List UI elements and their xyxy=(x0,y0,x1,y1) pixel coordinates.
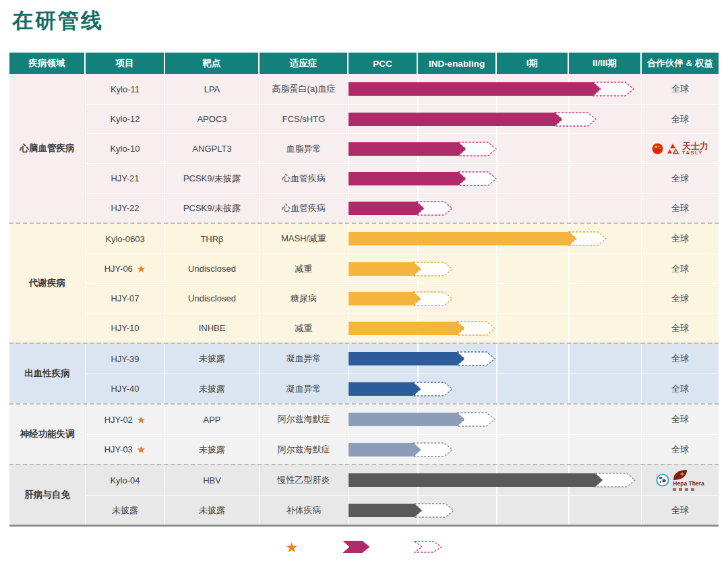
column-header: 适应症 xyxy=(260,53,348,74)
indication-cell: 心血管疾病 xyxy=(260,193,348,223)
partner-rights-label: 全球 xyxy=(671,173,689,185)
planned-stage-arrow xyxy=(595,473,636,488)
partner-cell: 全球 xyxy=(642,374,719,403)
partner-rights-label: 全球 xyxy=(671,202,689,214)
partner-cell: Hepa Thera xyxy=(642,465,719,495)
planned-stage-arrow xyxy=(458,171,497,186)
indication-cell: 补体疾病 xyxy=(260,495,348,525)
disease-area-cell: 神经功能失调 xyxy=(9,405,86,464)
disease-group: 出血性疾病HJY-39未披露凝血异常全球HJY-40未披露凝血异常全球 xyxy=(9,343,719,403)
pipeline-progress-bar xyxy=(348,172,466,185)
project-cell: HJY-02★ xyxy=(86,405,165,434)
disease-group: 肝病与自免Kylo-04HBV慢性乙型肝炎Hepa Thera未披露未披露补体疾… xyxy=(9,464,719,525)
project-label: HJY-03 xyxy=(104,444,133,454)
pipeline-progress-bar xyxy=(348,322,465,335)
phase-gridline xyxy=(568,344,570,374)
timeline-cell xyxy=(348,193,642,223)
project-label: Kylo-04 xyxy=(110,475,140,485)
timeline-cell xyxy=(348,405,642,434)
legend-solid-arrow-icon xyxy=(342,541,369,553)
partner-cell: 全球 xyxy=(642,434,719,464)
column-header: 靶点 xyxy=(165,53,260,74)
partner-cell: 全球 xyxy=(642,224,719,254)
phase-gridline xyxy=(568,284,570,313)
pipeline-progress-bar xyxy=(348,113,563,126)
timeline-cell xyxy=(348,283,642,313)
column-header: IND-enabling xyxy=(418,53,497,74)
pipeline-progress-bar xyxy=(348,232,577,245)
project-cell: 未披露 xyxy=(86,495,165,525)
timeline-cell xyxy=(348,344,642,374)
timeline-cell xyxy=(348,104,642,134)
indication-cell: MASH/减重 xyxy=(260,224,348,254)
partner-rights-label: 全球 xyxy=(671,353,689,365)
pipeline-progress-bar xyxy=(348,142,466,156)
indication-cell: 心血管疾病 xyxy=(260,163,348,193)
legend-star-icon: ★ xyxy=(286,540,299,554)
star-icon: ★ xyxy=(137,415,146,425)
project-cell: HJY-40 xyxy=(86,374,165,403)
indication-cell: 阿尔兹海默症 xyxy=(260,405,348,434)
project-label: HJY-10 xyxy=(111,323,139,333)
partner-cell: 全球 xyxy=(642,313,719,343)
indication-cell: 减重 xyxy=(260,254,348,283)
planned-stage-arrow xyxy=(593,82,634,96)
planned-stage-arrow xyxy=(456,351,495,366)
partner-rights-label: 全球 xyxy=(671,504,689,516)
star-icon: ★ xyxy=(137,264,146,274)
phase-gridline xyxy=(568,164,570,193)
target-cell: PCSK9/未披露 xyxy=(165,193,260,223)
column-header: 合作伙伴 & 权益 xyxy=(642,53,719,74)
tasly-label-cn: 天士力 xyxy=(682,142,708,151)
disease-area-cell: 心脑血管疾病 xyxy=(9,74,86,223)
globe-icon xyxy=(656,473,669,487)
indication-cell: 阿尔兹海默症 xyxy=(260,434,348,464)
target-cell: HBV xyxy=(165,465,260,495)
indication-cell: 凝血异常 xyxy=(260,344,348,374)
planned-stage-arrow xyxy=(413,291,453,306)
china-flag-icon: ★★★ xyxy=(652,143,663,154)
phase-gridline xyxy=(496,194,497,223)
phase-gridline xyxy=(568,435,570,464)
project-cell: HJY-06★ xyxy=(86,254,165,283)
partner-cell: 全球 xyxy=(642,495,719,525)
legend-dashed-arrow-icon xyxy=(414,541,442,553)
pipeline-table: 疾病领域项目靶点适应症PCCIND-enablingI期II/III期合作伙伴 … xyxy=(9,53,719,527)
pipeline-progress-bar xyxy=(348,504,423,517)
project-label: HJY-22 xyxy=(111,203,139,213)
hepathera-leaf-icon xyxy=(673,469,688,481)
project-cell: Kylo-0603 xyxy=(86,224,165,254)
project-label: Kylo-10 xyxy=(110,144,140,154)
pipeline-progress-bar xyxy=(348,352,465,365)
project-label: HJY-07 xyxy=(111,293,139,303)
partner-cell: 全球 xyxy=(642,344,719,374)
pipeline-progress-bar xyxy=(348,382,421,396)
pipeline-progress-bar xyxy=(348,292,421,305)
planned-stage-arrow xyxy=(458,142,497,156)
disease-group: 神经功能失调HJY-02★APP阿尔兹海默症全球HJY-03★未披露阿尔兹海默症… xyxy=(9,403,719,464)
phase-gridline xyxy=(496,314,497,343)
project-cell: HJY-21 xyxy=(86,163,165,193)
partner-rights-label: 全球 xyxy=(671,233,689,245)
partner-rights-label: 全球 xyxy=(671,293,689,305)
column-header: II/III期 xyxy=(569,53,642,74)
target-cell: APOC3 xyxy=(165,104,260,134)
phase-gridline xyxy=(496,284,497,313)
partner-rights-label: 全球 xyxy=(671,444,689,456)
timeline-cell xyxy=(348,254,642,283)
project-label: HJY-02 xyxy=(104,415,133,425)
target-cell: Undisclosed xyxy=(165,283,260,313)
planned-stage-arrow xyxy=(554,112,597,127)
timeline-cell xyxy=(348,163,642,193)
disease-area-cell: 代谢疾病 xyxy=(9,224,86,343)
target-cell: THRβ xyxy=(165,224,260,254)
project-label: Kylo-11 xyxy=(111,84,140,94)
partner-rights-label: 全球 xyxy=(671,83,689,95)
project-cell: Kylo-12 xyxy=(86,104,165,134)
project-label: HJY-06 xyxy=(104,264,133,274)
planned-stage-arrow xyxy=(456,321,495,336)
partner-cell: 全球 xyxy=(642,193,719,223)
tasly-label-en: TASLY xyxy=(682,150,703,156)
phase-gridline xyxy=(496,405,497,434)
hepathera-cn-subtext xyxy=(673,488,696,491)
